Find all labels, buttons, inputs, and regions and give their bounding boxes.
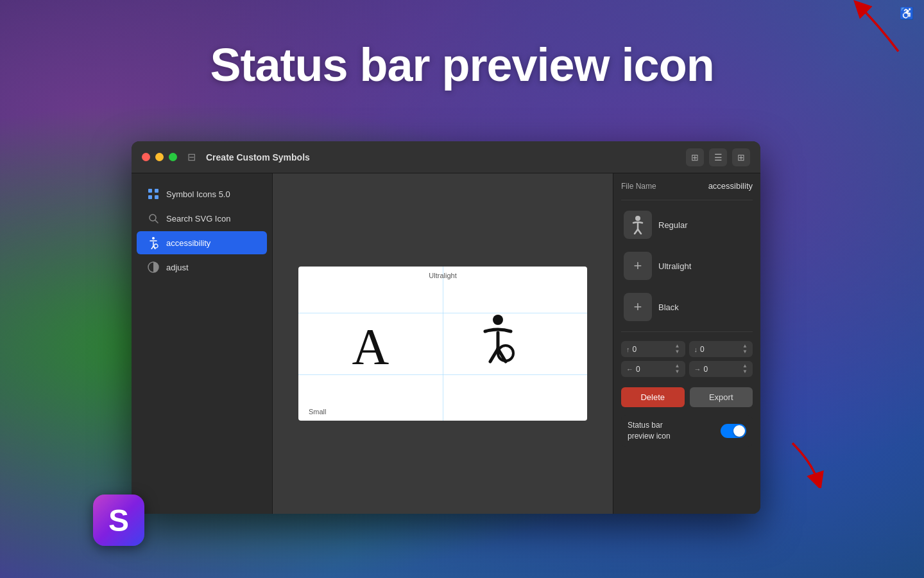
search-icon <box>147 212 160 225</box>
window-title: Create Custom Symbols <box>206 152 686 162</box>
preview-label-ultralight: Ultralight <box>429 272 456 279</box>
preview-letter-a: A <box>352 317 389 376</box>
app-icon: S <box>93 495 144 546</box>
page-title: Status bar preview icon <box>0 39 924 91</box>
variant-thumb-regular <box>624 211 652 239</box>
variant-add-black[interactable]: + <box>624 293 652 321</box>
spacing-left-icon: ← <box>626 365 633 373</box>
grid-line-v1 <box>443 267 443 421</box>
sidebar-item-accessibility[interactable]: accessibility <box>137 231 267 254</box>
svg-point-6 <box>152 237 155 240</box>
variant-label-black: Black <box>658 302 679 312</box>
svg-line-5 <box>155 220 158 223</box>
spacing-top-stepper[interactable]: ▲ ▼ <box>675 344 680 355</box>
action-buttons: Delete Export <box>621 387 753 407</box>
spacing-right-icon: → <box>694 365 701 373</box>
svg-rect-0 <box>148 189 152 193</box>
svg-rect-1 <box>155 189 158 193</box>
svg-rect-3 <box>155 195 158 199</box>
svg-point-7 <box>154 244 158 248</box>
traffic-lights <box>142 153 177 161</box>
variant-label-regular: Regular <box>658 220 688 230</box>
spacing-left-stepper[interactable]: ▲ ▼ <box>675 363 680 374</box>
toggle-label: Status barpreview icon <box>628 420 721 442</box>
file-name-value: accessibility <box>708 181 753 191</box>
sidebar-item-symbol-icons[interactable]: Symbol Icons 5.0 <box>137 182 267 206</box>
sidebar-item-adjust[interactable]: adjust <box>137 256 267 279</box>
list-view-btn[interactable]: ☰ <box>709 148 727 166</box>
sidebar-item-search-svg[interactable]: Search SVG Icon <box>137 207 267 230</box>
sidebar-item-label-accessibility: accessibility <box>166 238 210 248</box>
file-name-label: File Name <box>621 182 656 191</box>
sidebar-toggle-icon[interactable]: ⊟ <box>187 151 196 163</box>
spacing-right: → 0 ▲ ▼ <box>689 361 753 377</box>
app-icon-letter: S <box>108 503 129 538</box>
titlebar-actions: ⊞ ☰ ⊞ <box>686 148 750 166</box>
preview-accessibility-symbol <box>472 313 524 367</box>
variant-add-ultralight[interactable]: + <box>624 252 652 280</box>
spacing-bottom-val: 0 <box>700 345 740 354</box>
preview-canvas: Ultralight Small A <box>298 267 587 421</box>
divider-1 <box>621 200 753 200</box>
svg-point-11 <box>635 216 640 221</box>
spacing-controls: ↑ 0 ▲ ▼ ↓ 0 ▲ ▼ ← 0 <box>621 341 753 377</box>
export-button[interactable]: Export <box>690 387 753 407</box>
sidebar: Symbol Icons 5.0 Search SVG Icon <box>132 173 273 514</box>
adjust-icon <box>147 261 160 274</box>
spacing-down-icon: ↓ <box>694 346 698 353</box>
arrow-top-right <box>853 0 905 58</box>
sidebar-item-label-adjust: adjust <box>166 263 189 272</box>
app-window: ⊟ Create Custom Symbols ⊞ ☰ ⊞ Symb <box>132 141 760 514</box>
svg-point-9 <box>493 315 503 325</box>
variant-row-black[interactable]: + Black <box>621 289 753 325</box>
variant-row-regular[interactable]: Regular <box>621 207 753 243</box>
minimize-button[interactable] <box>155 153 164 161</box>
sidebar-item-label-symbol-icons: Symbol Icons 5.0 <box>166 189 230 199</box>
delete-button[interactable]: Delete <box>621 387 685 407</box>
main-preview-area: Ultralight Small A <box>273 173 613 514</box>
svg-rect-2 <box>148 195 152 199</box>
spacing-top: ↑ 0 ▲ ▼ <box>621 341 685 357</box>
spacing-up-icon: ↑ <box>626 346 630 353</box>
sidebar-item-label-search: Search SVG Icon <box>166 214 230 223</box>
titlebar: ⊟ Create Custom Symbols ⊞ ☰ ⊞ <box>132 141 760 173</box>
spacing-left-val: 0 <box>636 365 672 374</box>
spacing-right-stepper[interactable]: ▲ ▼ <box>742 363 748 374</box>
window-body: Symbol Icons 5.0 Search SVG Icon <box>132 173 760 514</box>
grid-icon <box>147 188 160 200</box>
variant-label-ultralight: Ultralight <box>658 261 691 271</box>
accessibility-icon <box>147 236 160 249</box>
icons-view-btn[interactable]: ⊞ <box>732 148 750 166</box>
maximize-button[interactable] <box>169 153 177 161</box>
preview-label-small: Small <box>309 408 327 416</box>
grid-view-btn[interactable]: ⊞ <box>686 148 704 166</box>
spacing-right-val: 0 <box>704 365 740 374</box>
spacing-bottom-stepper[interactable]: ▲ ▼ <box>742 344 748 355</box>
status-bar-toggle[interactable] <box>721 424 746 438</box>
spacing-top-val: 0 <box>633 345 672 354</box>
close-button[interactable] <box>142 153 150 161</box>
file-name-row: File Name accessibility <box>621 181 753 191</box>
spacing-bottom: ↓ 0 ▲ ▼ <box>689 341 753 357</box>
toggle-knob <box>733 425 745 437</box>
arrow-bottom-right <box>786 437 825 488</box>
spacing-left: ← 0 ▲ ▼ <box>621 361 685 377</box>
variant-row-ultralight[interactable]: + Ultralight <box>621 248 753 284</box>
status-bar-toggle-row: Status barpreview icon <box>621 415 753 447</box>
right-panel: File Name accessibility Regular <box>613 173 760 514</box>
divider-2 <box>621 331 753 332</box>
